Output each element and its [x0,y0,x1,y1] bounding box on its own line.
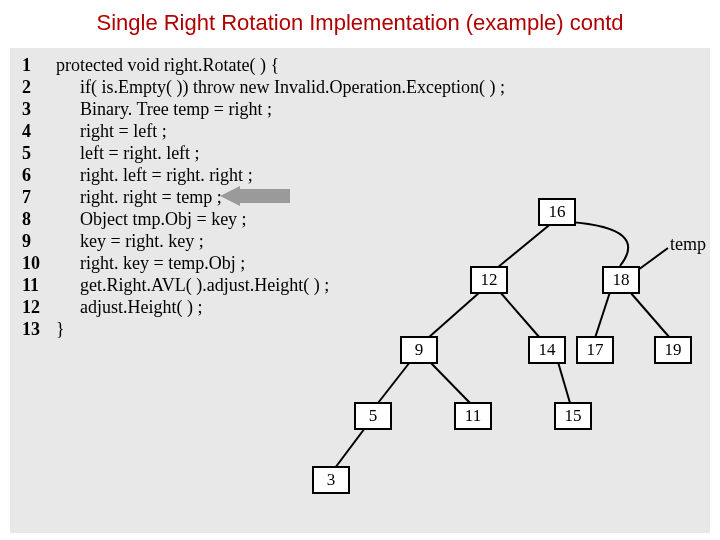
tree-node-15: 15 [554,402,592,430]
temp-pointer-label: temp [670,234,706,255]
tree-node-19: 19 [654,336,692,364]
tree-node-5: 5 [354,402,392,430]
code-line: 12adjust.Height( ) ; [18,296,509,318]
svg-line-6 [378,362,410,403]
tree-node-3: 3 [312,466,350,494]
current-line-arrow-icon [220,186,290,206]
tree-node-12: 12 [470,266,508,294]
tree-node-11: 11 [454,402,492,430]
svg-line-9 [335,428,365,468]
code-line: 2if( is.Empty( )) throw new Invalid.Oper… [18,76,509,98]
slide-title: Single Right Rotation Implementation (ex… [0,10,720,36]
svg-line-4 [595,292,610,338]
svg-line-7 [430,362,470,403]
svg-line-10 [638,248,668,270]
code-line: 1protected void right.Rotate( ) { [18,54,509,76]
code-line: 4right = left ; [18,120,509,142]
code-line: 10right. key = temp.Obj ; [18,252,509,274]
svg-line-8 [558,362,570,403]
svg-line-5 [630,292,670,338]
code-line: 11get.Right.AVL( ).adjust.Height( ) ; [18,274,509,296]
content-panel: 1protected void right.Rotate( ) { 2if( i… [10,48,710,533]
code-line: 3Binary. Tree temp = right ; [18,98,509,120]
tree-node-16: 16 [538,198,576,226]
tree-node-9: 9 [400,336,438,364]
tree-node-17: 17 [576,336,614,364]
svg-marker-0 [220,186,290,206]
code-line: 5left = right. left ; [18,142,509,164]
tree-node-14: 14 [528,336,566,364]
code-line: 6right. left = right. right ; [18,164,509,186]
code-line: 8Object tmp.Obj = key ; [18,208,509,230]
tree-node-18: 18 [602,266,640,294]
code-line: 9key = right. key ; [18,230,509,252]
